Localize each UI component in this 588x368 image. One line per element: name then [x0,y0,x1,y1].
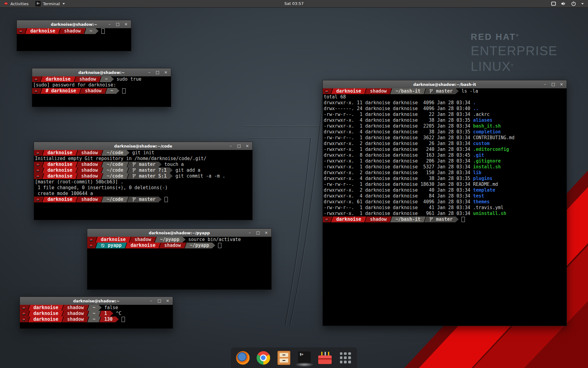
close-button[interactable]: × [560,81,564,88]
command-text: git add a [173,167,200,173]
git-branch-icon [132,168,138,173]
segment-label: ~/code [107,162,123,167]
window-titlebar[interactable]: darknoise@shadow:~/bash-it–□× [323,80,567,89]
prompt-segment-git: master [426,88,456,94]
window-titlebar[interactable]: darknoise@shadow:~–□× [17,20,131,29]
app-menu-terminal[interactable]: $> Terminal [32,0,68,7]
prompt-segment-user: darknoise [27,28,58,34]
terminal-prompt-line: darknoiseshadow~/pyappsource bin/activat… [87,237,271,243]
maximize-button[interactable]: □ [157,297,161,305]
terminal-output-line: total 68 [323,94,567,100]
clock[interactable]: Sat 03:57 [285,0,304,7]
terminal-window-w3[interactable]: darknoise@shadow:~/code–□×darknoiseshado… [34,142,253,220]
command-text: touch a [162,162,184,167]
window-controls: –□× [149,297,170,305]
minimize-button[interactable]: – [149,297,153,305]
running-indicator [295,362,314,367]
close-button[interactable]: × [164,69,168,76]
terminal-content[interactable]: darknoiseshadow~falsedarknoiseshadow~1^C… [20,305,173,328]
segment-label: ~/code [107,173,123,179]
close-button[interactable]: × [245,142,249,150]
powerline-separator [101,173,104,179]
prompt-segment-host: shadow [78,197,101,202]
system-status-area[interactable] [551,1,588,6]
terminal-window-w1[interactable]: darknoise@shadow:~–□×darknoiseshadow~ [17,20,131,51]
powerline-separator [42,167,44,173]
minimize-button[interactable]: – [543,81,547,88]
caret-down-icon [62,3,65,5]
terminal-prompt-line: darknoiseshadow~1^C [20,311,173,316]
filename-blue: . [473,100,476,105]
terminal-cursor [462,217,465,222]
output-text: -rwxrwxr-x. 1 darknoise darknoise 961 Ja… [324,211,473,216]
close-button[interactable]: × [124,21,128,28]
terminal-window-w5[interactable]: darknoise@shadow:~–□×darknoiseshadow~fal… [20,297,173,329]
minimize-button[interactable]: – [107,21,111,28]
segment-label: shadow [81,197,98,202]
dock-item-app-grid[interactable] [339,351,352,365]
activities-button[interactable]: Activities [0,0,32,7]
segment-label: master S:1 [139,173,167,179]
minimize-button[interactable]: – [147,69,151,76]
dock-item-toolbox[interactable] [318,351,332,365]
powerline-separator [99,316,101,322]
maximize-button[interactable]: □ [551,81,555,88]
dock-item-firefox[interactable] [236,351,250,365]
terminal-window-w4[interactable]: darknoise@shadow:~/pyapp–□×darknoiseshad… [87,228,272,290]
maximize-button[interactable]: □ [156,69,160,76]
terminal-content[interactable]: darknoiseshadow~/codegit initInitialized… [34,150,252,220]
powerline-separator [101,150,104,156]
terminal-prompt-line: # darknoiseshadow~ [32,88,171,94]
redhat-icon [34,89,38,93]
powerline-separator [87,305,89,311]
chrome-icon [257,351,270,365]
filename-blue: .git [473,152,484,158]
prompt-segment-user: darknoise [43,76,74,82]
terminal-output-line: drwxrwxr-x. 4 darknoise darknoise 38 Jan… [323,129,567,135]
terminal-output-line: [master (root-commit) 50bcb63] . [34,179,252,185]
terminal-content[interactable]: darknoiseshadow~/pyappsource bin/activat… [87,237,271,289]
segment-label: shadow [370,217,386,222]
window-titlebar[interactable]: darknoise@shadow:~–□× [32,68,171,77]
minimize-button[interactable]: – [248,229,252,236]
prompt-segment-root [323,88,330,94]
terminal-prompt-line: pyappdarknoiseshadow~/pyapp [87,243,271,248]
window-titlebar[interactable]: darknoise@shadow:~/code–□× [34,142,252,150]
terminal-output-line: -rwxrwxr-x. 1 darknoise darknoise 5327 J… [323,164,567,170]
powerline-arrow [183,237,186,242]
close-button[interactable]: × [264,229,268,236]
prompt-segment-root [34,197,42,202]
maximize-button[interactable]: □ [116,21,120,28]
segment-label: 1 [104,311,107,316]
terminal-window-w6[interactable]: darknoise@shadow:~/bash-it–□×darknoisesh… [322,80,567,326]
redhat-icon [36,168,40,172]
redhat-icon [325,217,329,221]
segment-label: darknoise [130,243,155,248]
powerline-separator [154,237,157,243]
maximize-button[interactable]: □ [237,142,241,150]
dock-item-terminal[interactable]: $> [298,351,311,365]
dock-item-chrome[interactable] [257,351,270,365]
terminal-prompt-line: darknoiseshadow~/codemaster [34,197,252,202]
output-text: drwxrwxr-x. 4 darknoise darknoise 84 Jan… [324,193,473,199]
segment-label: master [436,88,453,94]
maximize-button[interactable]: □ [256,229,260,236]
segment-label: darknoise [30,28,55,34]
powerline-arrow [456,217,459,222]
close-button[interactable]: × [166,297,170,305]
terminal-window-w2[interactable]: darknoise@shadow:~–□×darknoiseshadow~sud… [32,68,171,107]
activities-label: Activities [10,2,28,6]
terminal-content[interactable]: darknoiseshadow~sudo true[sudo] password… [32,76,171,107]
dock-item-files[interactable] [277,351,291,365]
terminal-content[interactable]: darknoiseshadow~/bash-itmasterls -latota… [323,88,567,326]
output-text: total 68 [324,94,346,100]
powerline-separator [390,88,392,94]
terminal-content[interactable]: darknoiseshadow~ [17,28,131,51]
window-titlebar[interactable]: darknoise@shadow:~/pyapp–□× [87,229,271,237]
powerline-arrow [110,311,113,316]
minimize-button[interactable]: – [229,142,233,150]
powerline-separator [184,243,187,248]
window-titlebar[interactable]: darknoise@shadow:~–□× [20,297,173,305]
segment-label: ~ [92,305,95,311]
segment-label: # darknoise [46,88,76,94]
